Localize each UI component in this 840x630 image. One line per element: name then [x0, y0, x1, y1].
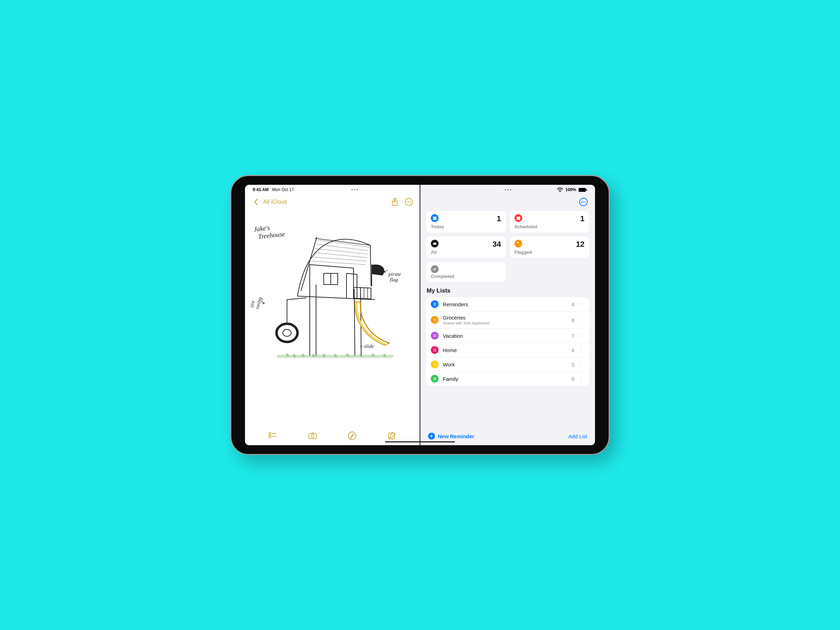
svg-point-33	[433, 319, 434, 320]
list-icon	[431, 346, 439, 354]
checklist-icon[interactable]	[268, 431, 277, 440]
slide-label: slide	[364, 344, 374, 349]
svg-rect-60	[434, 378, 436, 379]
svg-rect-25	[433, 243, 436, 245]
svg-rect-47	[434, 349, 436, 349]
list-name: Work	[443, 362, 567, 368]
notes-app: 9:41 AM Mon Oct 17 All iCloud	[245, 185, 420, 445]
ellipsis-icon[interactable]	[579, 197, 588, 207]
svg-point-51	[433, 364, 434, 365]
scheduled-card[interactable]: 1 Scheduled	[510, 211, 590, 233]
svg-point-58	[433, 379, 434, 380]
flagged-count: 12	[576, 240, 584, 249]
completed-label: Completed	[431, 274, 501, 279]
svg-point-18	[581, 202, 583, 203]
list-icon	[431, 332, 439, 339]
today-count: 1	[497, 214, 501, 223]
svg-point-28	[433, 305, 434, 306]
note-canvas[interactable]: Jake's Treehouse tireswing ↘ slide ← pir…	[245, 209, 420, 426]
add-list-button[interactable]: Add List	[568, 433, 587, 439]
list-icon	[431, 360, 439, 368]
today-card[interactable]: 1 Today	[426, 211, 506, 233]
status-bar-left: 9:41 AM Mon Oct 17	[245, 185, 420, 194]
svg-point-46	[433, 351, 434, 351]
markup-icon[interactable]	[347, 431, 357, 440]
arrow-icon: ↘	[261, 299, 265, 306]
flagged-card[interactable]: 12 Flagged	[510, 236, 590, 258]
svg-point-9	[269, 436, 271, 438]
reminders-footer: + New Reminder Add List	[420, 427, 595, 445]
new-reminder-button[interactable]: + New Reminder	[428, 433, 474, 440]
list-count: 6	[572, 376, 574, 382]
sketch-title: Jake's Treehouse	[253, 223, 286, 241]
all-count: 34	[493, 240, 501, 249]
camera-icon[interactable]	[308, 431, 317, 440]
completed-card[interactable]: Completed	[426, 262, 506, 283]
list-count: 7	[572, 333, 574, 339]
chevron-right-icon: 〉	[580, 317, 584, 323]
list-row[interactable]: Home4〉	[426, 343, 589, 357]
svg-point-44	[433, 349, 434, 349]
svg-point-38	[433, 334, 434, 335]
pirate-flag-label: pirate flag	[388, 272, 401, 283]
list-row[interactable]: Family6〉	[426, 372, 589, 386]
list-row[interactable]: Reminders4〉	[426, 297, 589, 311]
calendar-icon	[515, 214, 522, 222]
all-label: All	[431, 249, 501, 255]
ipad-frame: 9:41 AM Mon Oct 17 All iCloud	[230, 175, 610, 455]
svg-point-39	[433, 335, 434, 336]
svg-rect-48	[434, 350, 436, 350]
svg-point-32	[433, 319, 434, 319]
svg-point-27	[433, 304, 434, 305]
reminders-nav-bar	[420, 194, 595, 209]
list-count: 4	[572, 347, 574, 353]
svg-point-11	[311, 435, 314, 437]
today-label: Today	[431, 224, 501, 229]
inbox-icon	[431, 240, 439, 248]
svg-point-19	[583, 202, 584, 203]
svg-rect-42	[434, 335, 436, 336]
chevron-right-icon: 〉	[580, 347, 584, 353]
svg-rect-53	[434, 363, 436, 363]
multitask-dots-icon[interactable]	[420, 189, 595, 190]
chevron-right-icon: 〉	[580, 301, 584, 307]
flag-icon	[515, 240, 522, 248]
svg-point-57	[433, 378, 434, 379]
svg-point-20	[584, 202, 586, 203]
ipad-screen: 9:41 AM Mon Oct 17 All iCloud	[245, 185, 595, 445]
arrow-icon: ←	[359, 343, 365, 349]
svg-point-45	[433, 350, 434, 351]
list-row[interactable]: GroceriesShared with John Appleseed8〉	[426, 311, 589, 328]
svg-rect-61	[434, 379, 436, 380]
svg-point-2	[407, 202, 408, 203]
compose-icon[interactable]	[387, 431, 396, 440]
flagged-label: Flagged	[515, 249, 585, 255]
list-row[interactable]: Vacation7〉	[426, 328, 589, 343]
svg-rect-22	[433, 217, 436, 218]
list-count: 5	[572, 362, 574, 368]
svg-rect-37	[434, 321, 436, 321]
list-name: Vacation	[443, 333, 567, 339]
list-row[interactable]: Work5〉	[426, 357, 589, 372]
list-count: 8	[572, 317, 574, 323]
svg-rect-35	[434, 319, 436, 319]
svg-point-34	[433, 321, 434, 321]
home-indicator[interactable]	[385, 441, 455, 443]
svg-rect-29	[434, 303, 436, 303]
check-icon	[431, 265, 439, 273]
svg-rect-10	[308, 434, 316, 439]
svg-rect-43	[434, 336, 436, 337]
back-label[interactable]: All iCloud	[263, 199, 287, 205]
multitask-dots-icon[interactable]	[297, 189, 412, 190]
list-name: Reminders	[443, 302, 567, 307]
smart-list-cards: 1 Today 1 Scheduled 34 All	[420, 209, 595, 283]
svg-rect-31	[434, 305, 436, 305]
lists-container: Reminders4〉GroceriesShared with John App…	[426, 297, 589, 386]
status-bar-right: 100%	[420, 185, 595, 194]
svg-point-56	[433, 377, 434, 378]
list-name: Home	[443, 347, 567, 353]
all-card[interactable]: 34 All	[426, 236, 506, 258]
scheduled-count: 1	[580, 214, 584, 223]
svg-point-7	[283, 329, 291, 336]
chevron-right-icon: 〉	[580, 361, 584, 368]
